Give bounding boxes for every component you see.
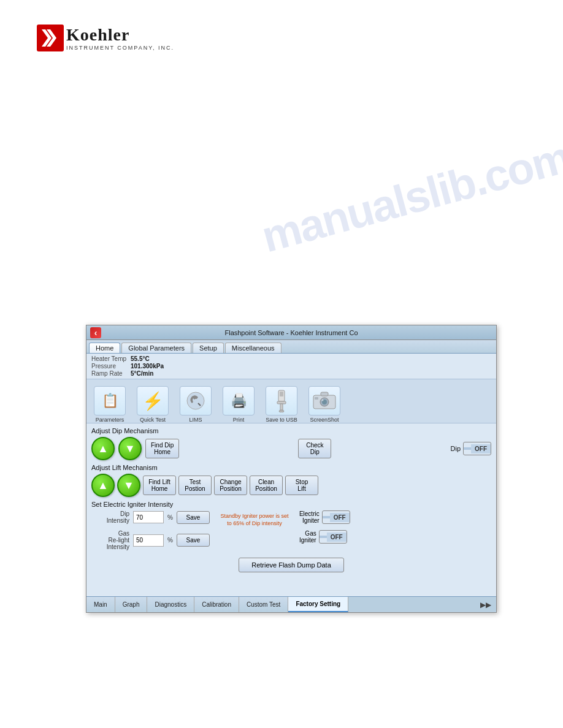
more-tabs-button[interactable]: ▶▶ xyxy=(475,597,496,612)
igniter-section-title: Set Electric Igniter Intensity xyxy=(91,501,491,508)
dip-intensity-input[interactable] xyxy=(133,511,164,523)
igniter-left: Dip Intensity % Save Gas Re-light Intens… xyxy=(91,510,210,553)
tab-global-parameters[interactable]: Global Parameters xyxy=(121,343,191,353)
lift-down-button[interactable]: ▼ xyxy=(117,474,140,497)
dip-down-button[interactable]: ▼ xyxy=(118,437,142,460)
tab-graph[interactable]: Graph xyxy=(115,597,148,612)
dip-toggle-off: OFF xyxy=(471,444,491,453)
gas-relight-label: Gas Re-light Intensity xyxy=(91,530,129,550)
svg-point-8 xyxy=(279,410,284,412)
igniter-section: Set Electric Igniter Intensity Dip Inten… xyxy=(91,501,491,553)
screenshot-icon-area xyxy=(308,386,340,415)
gas-relight-input[interactable] xyxy=(133,534,164,547)
check-dip-button[interactable]: Check Dip xyxy=(298,439,331,458)
parameters-label: Parameters xyxy=(96,417,124,423)
tab-miscellaneous[interactable]: Miscellaneous xyxy=(225,343,282,353)
screenshot-label: ScreenShot xyxy=(310,417,339,423)
parameters-icon: 📋 xyxy=(102,393,118,409)
toolbar-parameters[interactable]: 📋 Parameters xyxy=(89,386,131,423)
electric-toggle-off: OFF xyxy=(330,513,350,522)
dip-controls: ▲ ▼ Find Dip Home Check Dip Dip OFF xyxy=(91,437,491,460)
tab-diagnostics[interactable]: Diagnostics xyxy=(147,597,194,612)
toolbar-save-usb[interactable]: Save to USB xyxy=(261,386,302,423)
window-title: Flashpoint Software - Koehler Instrument… xyxy=(224,329,358,336)
ramp-value: 5°C/min xyxy=(131,370,153,377)
menu-tabs: Home Global Parameters Setup Miscellaneo… xyxy=(86,340,496,354)
logo-company-name: Koehler xyxy=(66,25,174,45)
svg-rect-6 xyxy=(277,401,286,404)
heater-value: 55.5°C xyxy=(131,355,150,362)
dip-toggle-on xyxy=(464,447,471,450)
main-content: Adjust Dip Mechanism ▲ ▼ Find Dip Home C… xyxy=(86,423,496,603)
logo-text: Koehler INSTRUMENT COMPANY, INC. xyxy=(66,25,174,51)
clean-position-button[interactable]: Clean Position xyxy=(250,476,283,495)
toolbar-screenshot[interactable]: ScreenShot xyxy=(304,386,345,423)
lift-up-button[interactable]: ▲ xyxy=(91,474,115,497)
electric-toggle-on xyxy=(323,516,330,518)
watermark: manualslib.com xyxy=(256,132,563,262)
lims-phone-icon xyxy=(185,390,207,412)
lift-section-title: Adjust Lift Mechanism xyxy=(91,464,491,471)
dip-intensity-row: Dip Intensity % Save xyxy=(91,510,210,524)
title-bar: Flashpoint Software - Koehler Instrument… xyxy=(86,325,496,340)
koehler-logo-icon xyxy=(37,25,64,51)
status-bar: Heater Temp 55.5°C Pressure 101.300kPa R… xyxy=(86,354,496,379)
lift-controls: ▲ ▼ Find Lift Home Test Postion Change P… xyxy=(91,474,491,497)
electric-igniter-toggle[interactable]: OFF xyxy=(322,510,350,524)
standby-note: Standby Igniter power is set to 65% of D… xyxy=(220,513,289,527)
print-icon-area: 🖨️ xyxy=(223,386,255,415)
retrieve-flash-dump-button[interactable]: Retrieve Flash Dump Data xyxy=(239,558,344,572)
usb-icon xyxy=(272,389,291,412)
logo-subtitle: INSTRUMENT COMPANY, INC. xyxy=(66,45,174,51)
print-label: Print xyxy=(233,417,245,423)
test-position-button[interactable]: Test Postion xyxy=(178,476,212,495)
toolbar: 📋 Parameters ⚡ Quick Test LIMS xyxy=(86,379,496,423)
print-icon: 🖨️ xyxy=(231,393,247,409)
stop-lift-button[interactable]: Stop Lift xyxy=(285,476,318,495)
tab-custom-test[interactable]: Custom Test xyxy=(239,597,288,612)
gas-toggle-off: OFF xyxy=(327,533,347,542)
camera-icon xyxy=(312,391,337,411)
igniter-right: Electric Igniter OFF Gas Igniter OFF xyxy=(299,510,350,544)
lightning-icon: ⚡ xyxy=(142,391,164,411)
find-lift-home-button[interactable]: Find Lift Home xyxy=(143,476,176,495)
status-col: Heater Temp 55.5°C Pressure 101.300kPa R… xyxy=(91,355,165,377)
dip-up-button[interactable]: ▲ xyxy=(91,437,115,460)
back-button[interactable] xyxy=(90,327,101,338)
heater-label: Heater Temp xyxy=(91,355,128,362)
dip-section-title: Adjust Dip Mechanism xyxy=(91,427,491,434)
tab-factory-setting[interactable]: Factory Setting xyxy=(288,597,348,612)
svg-point-13 xyxy=(322,400,324,401)
parameters-icon-area: 📋 xyxy=(94,386,126,415)
save-gas-button[interactable]: Save xyxy=(177,534,210,547)
tab-main[interactable]: Main xyxy=(86,597,115,612)
save-dip-button[interactable]: Save xyxy=(177,511,210,524)
lims-icon-area xyxy=(180,386,212,415)
svg-rect-14 xyxy=(315,397,318,400)
dip-toggle-label: Dip xyxy=(451,445,461,452)
logo-area: Koehler INSTRUMENT COMPANY, INC. xyxy=(37,25,174,51)
svg-rect-10 xyxy=(321,392,328,396)
dip-toggle-area: Dip OFF xyxy=(451,442,492,455)
standby-note-area: Standby Igniter power is set to 65% of D… xyxy=(215,510,294,529)
svg-rect-5 xyxy=(280,392,283,396)
electric-igniter-toggle-row: Electric Igniter OFF xyxy=(299,510,350,524)
dip-intensity-unit: % xyxy=(167,514,173,521)
change-position-button[interactable]: Change Position xyxy=(214,476,247,495)
ramp-label: Ramp Rate xyxy=(91,370,128,377)
app-window: Flashpoint Software - Koehler Instrument… xyxy=(86,325,497,613)
find-dip-home-button[interactable]: Find Dip Home xyxy=(145,439,179,458)
dip-toggle-switch[interactable]: OFF xyxy=(463,442,491,455)
gas-toggle-on xyxy=(320,536,327,538)
gas-igniter-label: Gas Igniter xyxy=(299,530,316,544)
tab-calibration[interactable]: Calibration xyxy=(194,597,239,612)
gas-relight-unit: % xyxy=(167,537,173,544)
gas-igniter-toggle[interactable]: OFF xyxy=(319,530,347,544)
tab-home[interactable]: Home xyxy=(89,343,120,353)
quick-test-label: Quick Test xyxy=(140,417,166,423)
gas-igniter-toggle-row: Gas Igniter OFF xyxy=(299,530,350,544)
toolbar-lims[interactable]: LIMS xyxy=(175,386,216,423)
tab-setup[interactable]: Setup xyxy=(193,343,224,353)
toolbar-print[interactable]: 🖨️ Print xyxy=(218,386,259,423)
toolbar-quick-test[interactable]: ⚡ Quick Test xyxy=(132,386,174,423)
